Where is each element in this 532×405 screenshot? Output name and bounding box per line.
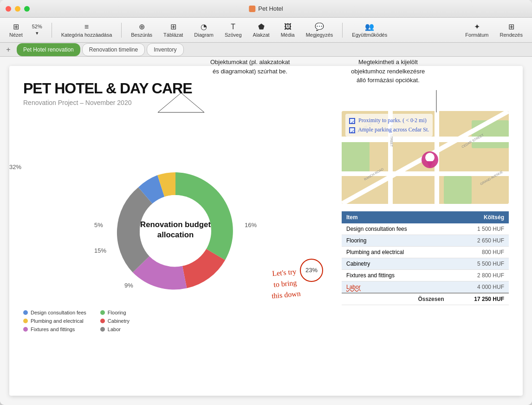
doc-title: PET HOTEL & DAY CARE: [23, 80, 509, 97]
legend-col-1: Design consultation fees Plumbing and el…: [23, 310, 86, 332]
checkbox-parks: ✓: [349, 118, 355, 124]
close-button[interactable]: [6, 6, 11, 12]
text-icon: T: [231, 23, 235, 31]
arrange-icon: ⊞: [508, 22, 514, 31]
table-cell-item: Plumbing and electrical: [342, 247, 448, 258]
toolbar-sep-2: [121, 23, 122, 38]
donut-chart[interactable]: Renovation budget allocation 5% 15% 9% 1…: [110, 166, 240, 296]
arrange-button[interactable]: ⊞ Rendezés: [496, 20, 526, 39]
legend-item-labor: Labor: [100, 327, 130, 332]
svg-rect-11: [342, 137, 509, 142]
chart-button[interactable]: ◔ Diagram: [190, 20, 217, 39]
tab-renovation-timeline[interactable]: Renovation timeline: [82, 43, 145, 56]
legend-dot-design: [23, 310, 28, 315]
doc-header: PET HOTEL & DAY CARE Renovation Project …: [23, 80, 509, 106]
map-area: FILMORE ST. MAIN STREET CEDAR STREET RAN…: [342, 111, 509, 204]
insert-icon: ⊕: [139, 22, 145, 31]
titlebar: Pet Hotel: [0, 0, 532, 18]
svg-rect-12: [342, 171, 509, 176]
table-row: Cabinetry5 500 HUF: [342, 258, 509, 270]
table-icon: ⊞: [170, 22, 176, 31]
app-icon: [249, 6, 255, 12]
table-row: Fixtures and fittings2 800 HUF: [342, 270, 509, 281]
table-cell-item: Fixtures and fittings: [342, 270, 448, 281]
table-cell-cost: 2 800 HUF: [448, 270, 509, 281]
comment-button[interactable]: 💬 Megjegyzés: [302, 20, 337, 39]
svg-point-22: [425, 153, 435, 162]
legend-item-fixtures: Fixtures and fittings: [23, 327, 86, 332]
table-cell-item: Flooring: [342, 235, 448, 247]
legend-item-plumbing: Plumbing and electrical: [23, 318, 86, 324]
chart-label-32: 32%: [9, 163, 21, 170]
svg-rect-9: [472, 120, 509, 148]
view-icon: ⊞: [13, 22, 19, 31]
budget-table-container: Item Költség Design consultation fees1 5…: [342, 211, 509, 305]
legend-item-flooring: Flooring: [100, 310, 130, 315]
handwrite-annotation: Let's tryto bringthis down: [269, 266, 301, 301]
table-button[interactable]: ⊞ Táblázat: [160, 20, 187, 39]
tabbar: + Pet Hotel renovation Renovation timeli…: [0, 43, 532, 57]
toolbar-right-group: ✦ Formátum ⊞ Rendezés: [461, 20, 526, 39]
shape-button[interactable]: ⬟ Alakzat: [249, 20, 273, 39]
toolbar-left-group: ⊞ Nézet 52% ▾: [6, 20, 46, 39]
legend-dot-fixtures: [23, 327, 28, 332]
legend-dot-cabinetry: [100, 319, 105, 323]
total-value: 17 250 HUF: [448, 293, 509, 305]
chart-23-annotation: 23%: [300, 259, 323, 282]
svg-rect-10: [444, 176, 472, 204]
fullscreen-button[interactable]: [24, 6, 30, 12]
donut-svg: Renovation budget allocation: [110, 166, 240, 296]
svg-rect-8: [342, 139, 370, 176]
chart-label-9: 9%: [124, 282, 133, 289]
media-button[interactable]: 🖼 Média: [277, 21, 298, 39]
doc-subtitle: Renovation Project – November 2020: [23, 99, 509, 106]
add-tab-button[interactable]: +: [4, 45, 13, 54]
table-cell-item: Design consultation fees: [342, 223, 448, 235]
col-cost-header: Költség: [448, 211, 509, 223]
table-total-row: Összesen 17 250 HUF: [342, 293, 509, 305]
total-label: Összesen: [342, 293, 448, 305]
traffic-lights: [6, 6, 30, 12]
format-button[interactable]: ✦ Formátum: [461, 20, 492, 39]
table-cell-cost: 5 500 HUF: [448, 258, 509, 270]
insert-button[interactable]: ⊕ Beszúrás: [127, 20, 156, 39]
app-window: Pet Hotel ⊞ Nézet 52% ▾ ≡ Kategória hozz…: [0, 0, 532, 405]
table-cell-item: Cabinetry: [342, 258, 448, 270]
doc-right-column: FILMORE ST. MAIN STREET CEDAR STREET RAN…: [342, 111, 509, 382]
table-cell-cost: 800 HUF: [448, 247, 509, 258]
toolbar-sep-3: [342, 23, 343, 38]
legend-item-design: Design consultation fees: [23, 310, 86, 315]
main-content: Objektumokat (pl. alakzatokatés diagramo…: [0, 57, 532, 405]
tab-pet-hotel-renovation[interactable]: Pet Hotel renovation: [17, 43, 80, 56]
checkbox-parking: ✓: [349, 127, 355, 133]
document: PET HOTEL & DAY CARE Renovation Project …: [9, 66, 523, 396]
chart-legend: Design consultation fees Plumbing and el…: [23, 310, 328, 332]
table-cell-cost: 2 650 HUF: [448, 235, 509, 247]
table-cell-cost: 1 500 HUF: [448, 223, 509, 235]
doc-left-column: 32%: [23, 111, 328, 382]
minimize-button[interactable]: [15, 6, 20, 12]
table-row: Labor4 000 HUF: [342, 281, 509, 294]
legend-item-cabinetry: Cabinetry: [100, 318, 130, 324]
table-row: Plumbing and electrical800 HUF: [342, 247, 509, 258]
legend-col-2: Flooring Cabinetry Labor: [100, 310, 130, 332]
tab-inventory[interactable]: Inventory: [147, 43, 183, 56]
text-button[interactable]: T Szöveg: [221, 21, 246, 39]
chart-container: 32%: [23, 111, 328, 382]
legend-dot-flooring: [100, 310, 105, 315]
shape-icon: ⬟: [258, 22, 265, 31]
category-button[interactable]: ≡ Kategória hozzáadása: [58, 21, 116, 39]
view-button[interactable]: ⊞ Nézet: [6, 20, 26, 39]
table-row: Flooring2 650 HUF: [342, 235, 509, 247]
table-row: Design consultation fees1 500 HUF: [342, 223, 509, 235]
zoom-button[interactable]: 52% ▾: [28, 22, 46, 38]
toolbar-sep-1: [52, 23, 52, 38]
format-icon: ✦: [474, 22, 480, 31]
media-icon: 🖼: [284, 23, 292, 31]
svg-text:Renovation budget: Renovation budget: [140, 220, 211, 229]
collab-button[interactable]: 👥 Együttműködés: [348, 20, 391, 39]
legend-dot-plumbing: [23, 319, 28, 323]
chart-label-5: 5%: [94, 222, 103, 229]
comment-icon: 💬: [315, 22, 324, 31]
table-cell-item: Labor: [342, 281, 448, 294]
